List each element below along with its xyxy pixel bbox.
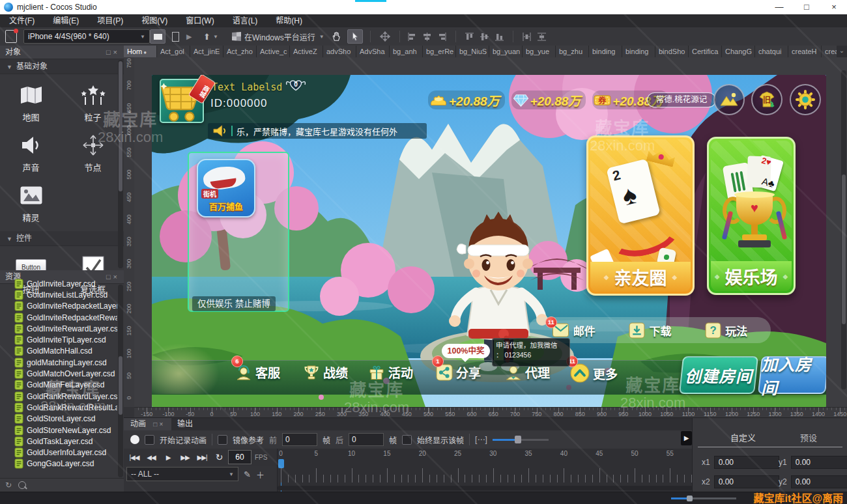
x1-input[interactable] xyxy=(714,456,779,469)
resource-file[interactable]: goldMatchingLayer.csd xyxy=(14,357,117,368)
align-top-icon[interactable] xyxy=(465,32,474,42)
refresh-icon[interactable]: ↻ xyxy=(5,481,12,490)
after-frames-input[interactable] xyxy=(349,433,384,446)
settings-button[interactable] xyxy=(790,84,821,115)
zoom-slider[interactable] xyxy=(671,497,736,499)
mid-button-mail[interactable]: 11邮件 xyxy=(552,322,596,339)
resource-file[interactable]: GoldInviteRewardLayer.csd xyxy=(14,323,117,334)
caret-down-icon[interactable]: ▼ xyxy=(213,34,218,40)
align-center-h-icon[interactable] xyxy=(422,32,432,42)
editor-tab-17[interactable]: Certifica xyxy=(689,46,722,57)
resource-file[interactable]: GoldTaskLayer.csd xyxy=(14,436,117,447)
panel-close-icon[interactable]: × xyxy=(113,48,120,56)
distribute-v-icon[interactable] xyxy=(537,32,547,42)
device-select[interactable]: iPhone 4/4S(960 * 640) ▼ xyxy=(23,29,150,44)
editor-tab-14[interactable]: binding xyxy=(589,46,622,57)
resource-file[interactable]: GoldInviteListLayer.csd xyxy=(14,289,117,300)
resources-scrollbar[interactable] xyxy=(118,285,123,477)
onion-skin-slider[interactable] xyxy=(493,435,549,444)
editor-tab-6[interactable]: advSho xyxy=(323,46,356,57)
currency-diamond[interactable]: +20.88万 xyxy=(511,91,586,109)
editor-tab-0[interactable]: Hom● xyxy=(124,46,157,57)
editor-tab-18[interactable]: ChangG xyxy=(722,46,755,57)
align-left-icon[interactable] xyxy=(407,32,417,42)
tab-output[interactable]: 输出 xyxy=(171,418,199,430)
loop-icon[interactable]: ↻ xyxy=(211,452,227,462)
track-filter-select[interactable]: -- ALL --▼ xyxy=(126,467,238,481)
select-tool[interactable] xyxy=(347,29,363,44)
resource-file[interactable]: GoldUserInfoLayer.csd xyxy=(14,447,117,458)
tab-preset[interactable]: 预设 xyxy=(800,431,817,443)
timeline-ruler[interactable]: 0510152025303540455055 xyxy=(277,449,693,492)
join-room-button[interactable]: 加入房间 xyxy=(758,356,826,394)
resource-file[interactable]: GoldStoreNewLayer.csd xyxy=(14,425,117,436)
currency-ingot[interactable]: +20.88万 xyxy=(428,91,505,109)
before-frames-input[interactable] xyxy=(282,433,317,446)
editor-tab-7[interactable]: AdvSha xyxy=(356,46,390,57)
nav-button-share[interactable]: 1分享 xyxy=(436,363,481,381)
record-checkbox[interactable] xyxy=(145,435,154,445)
editor-tab-16[interactable]: bindSho xyxy=(655,46,689,57)
record-icon[interactable] xyxy=(130,435,139,444)
editor-tab-13[interactable]: bg_zhu xyxy=(556,46,589,57)
object-item-node[interactable]: 节点 xyxy=(62,128,124,178)
hand-tool[interactable] xyxy=(329,30,343,43)
editor-tab-3[interactable]: Act_zho xyxy=(223,46,257,57)
old-version-button[interactable]: 旧 xyxy=(751,84,782,115)
canvas-scrollbar[interactable] xyxy=(841,70,846,389)
maximize-button[interactable]: □ xyxy=(794,0,820,14)
editor-tab-4[interactable]: Active_c xyxy=(257,46,290,57)
resource-file[interactable]: GoldMatchOverLayer.csd xyxy=(14,368,117,379)
section-header-1[interactable]: ▼控件 xyxy=(0,231,124,246)
friends-circle-card[interactable]: 2 ♠ ♦ ◆亲友圈◆ xyxy=(586,135,695,296)
menu-item-3[interactable]: 视图(V) xyxy=(132,14,177,27)
editor-tab-11[interactable]: bg_yuan xyxy=(489,46,523,57)
mirror-checkbox[interactable] xyxy=(218,435,227,445)
publish-icon[interactable]: ⬆ xyxy=(203,32,210,42)
resource-file[interactable]: GoldInviteRedpacketLayer.csd xyxy=(14,301,117,312)
align-bottom-icon[interactable] xyxy=(495,32,504,42)
menu-item-0[interactable]: 文件(F) xyxy=(0,14,44,27)
menu-item-6[interactable]: 帮助(H) xyxy=(266,14,311,27)
editor-tab-10[interactable]: bg_NiuS xyxy=(456,46,489,57)
play-icon[interactable]: ▶ xyxy=(186,33,192,41)
object-item-sound[interactable]: 声音 xyxy=(0,128,62,178)
nav-button-gift[interactable]: 活动 xyxy=(368,363,413,381)
run-target-select[interactable]: 在Windows平台运行 ▼ xyxy=(232,29,324,44)
create-room-button[interactable]: 创建房间 xyxy=(679,356,758,394)
resource-file[interactable]: GoldStoreLayer.csd xyxy=(14,413,117,425)
location-button[interactable]: 常德.桃花源记 xyxy=(647,92,716,107)
playhead[interactable] xyxy=(278,459,284,468)
editor-tab-20[interactable]: createH xyxy=(788,46,822,57)
expand-panel-icon[interactable]: ▶ xyxy=(681,431,692,445)
play-icon[interactable]: ▶ xyxy=(160,454,176,461)
resource-file[interactable]: GoldInviteTipLayer.csd xyxy=(14,334,117,345)
promo-panel[interactable]: 街机 百万捕鱼 xyxy=(188,152,289,312)
tab-custom[interactable]: 自定义 xyxy=(730,431,756,443)
search-icon[interactable] xyxy=(18,481,26,489)
editor-tab-12[interactable]: bg_yue xyxy=(523,46,556,57)
align-center-v-icon[interactable] xyxy=(480,32,489,42)
distribute-h-icon[interactable] xyxy=(522,32,532,42)
editor-tab-9[interactable]: bg_erRe xyxy=(423,46,456,57)
tab-animation[interactable]: 动画 □× xyxy=(124,418,171,430)
fishing-game-icon[interactable]: 街机 百万捕鱼 xyxy=(197,159,255,217)
section-header-0[interactable]: ▼基础对象 xyxy=(0,59,124,74)
editor-tab-2[interactable]: Act_jinE xyxy=(190,46,223,57)
resource-file[interactable]: GoldInviteRedpacketReward.csd xyxy=(14,312,117,323)
resource-file[interactable]: GoldInviteLayer.csd xyxy=(14,278,117,289)
close-button[interactable]: × xyxy=(821,0,847,14)
add-animation-icon[interactable]: ＋ xyxy=(256,468,265,481)
editor-tab-8[interactable]: bg_anh xyxy=(390,46,423,57)
object-item-sprite[interactable]: 精灵 xyxy=(0,178,62,229)
fast-forward-icon[interactable]: ▶▶ xyxy=(177,454,193,461)
shop-cart-button[interactable]: 商城 xyxy=(156,79,212,124)
menu-item-1[interactable]: 编辑(E) xyxy=(44,14,88,27)
menu-item-5[interactable]: 语言(L) xyxy=(223,14,267,27)
arcade-card[interactable]: 2♥ A♣ ♥ ◆娱乐场◆ xyxy=(707,137,796,295)
move-tool[interactable] xyxy=(378,30,392,43)
object-item-particle[interactable]: 粒子 xyxy=(62,78,124,128)
skip-start-icon[interactable]: |◀◀ xyxy=(126,454,142,461)
tab-overflow-icon[interactable]: ⌄ xyxy=(837,46,847,57)
y1-input[interactable] xyxy=(791,456,847,469)
